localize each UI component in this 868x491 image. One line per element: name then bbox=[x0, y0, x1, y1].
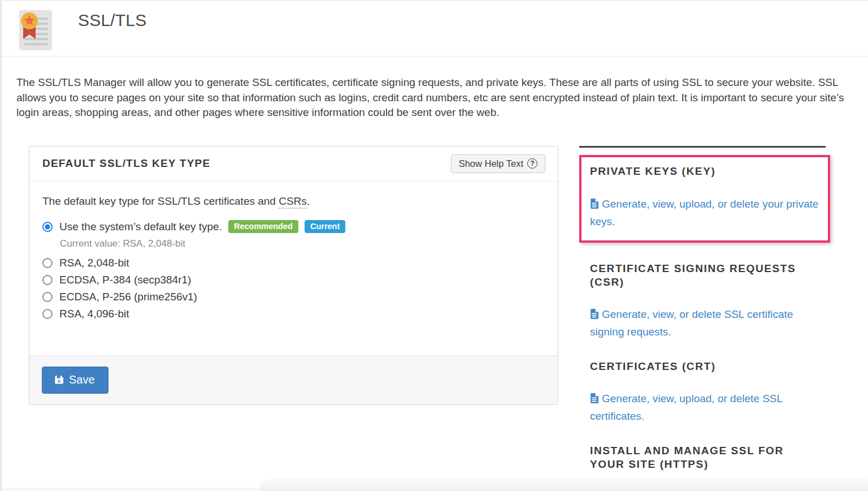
key-type-option-ecdsa-p384[interactable]: ECDSA, P-384 (secp384r1) bbox=[42, 272, 545, 288]
question-circle-icon: ? bbox=[527, 158, 537, 169]
private-keys-link-label: Generate, view, upload, or delete your p… bbox=[590, 198, 818, 227]
current-badge: Current bbox=[305, 220, 345, 234]
radio-label: RSA, 2,048-bit bbox=[59, 257, 129, 269]
panel-intro: The default key type for SSL/TLS certifi… bbox=[42, 195, 545, 208]
panel-title: DEFAULT SSL/TLS KEY TYPE bbox=[42, 157, 210, 170]
document-icon bbox=[590, 199, 598, 209]
radio-button[interactable] bbox=[42, 309, 53, 319]
key-type-option-system-default[interactable]: Use the system’s default key type. Recom… bbox=[42, 218, 545, 235]
key-type-options: Use the system’s default key type. Recom… bbox=[42, 218, 545, 322]
current-value-note: Current value: RSA, 2,048-bit bbox=[60, 238, 545, 249]
floppy-disk-icon bbox=[54, 375, 64, 385]
sidebar: PRIVATE KEYS (KEY) Generate, view, uploa… bbox=[579, 146, 830, 491]
radio-label: ECDSA, P-384 (secp384r1) bbox=[59, 274, 191, 286]
bottom-edge-strip bbox=[2, 488, 259, 491]
csr-link-label: Generate, view, or delete SSL certificat… bbox=[590, 308, 793, 338]
panel-body: The default key type for SSL/TLS certifi… bbox=[29, 182, 558, 355]
radio-button[interactable] bbox=[42, 275, 53, 285]
radio-label: ECDSA, P-256 (prime256v1) bbox=[59, 291, 197, 303]
certificates-link-label: Generate, view, upload, or delete SSL ce… bbox=[590, 393, 782, 422]
page-title: SSL/TLS bbox=[78, 11, 146, 30]
main-content: DEFAULT SSL/TLS KEY TYPE Show Help Text … bbox=[29, 146, 868, 491]
bottom-edge-fade bbox=[259, 479, 868, 491]
key-type-option-ecdsa-p256[interactable]: ECDSA, P-256 (prime256v1) bbox=[42, 288, 545, 305]
show-help-text-button[interactable]: Show Help Text ? bbox=[451, 154, 545, 173]
sidebar-heading-private-keys: PRIVATE KEYS (KEY) bbox=[590, 165, 819, 178]
default-key-type-panel: DEFAULT SSL/TLS KEY TYPE Show Help Text … bbox=[29, 146, 558, 405]
page-header: SSL/TLS bbox=[2, 1, 868, 56]
intro-text: The default key type for SSL/TLS certifi… bbox=[42, 195, 279, 207]
sidebar-heading-install-ssl: INSTALL AND MANAGE SSL FOR YOUR SITE (HT… bbox=[590, 444, 819, 471]
csr-term[interactable]: CSRs bbox=[279, 195, 307, 209]
panel-footer: Save bbox=[29, 355, 558, 404]
radio-button[interactable] bbox=[42, 292, 53, 302]
sidebar-section-csr: CERTIFICATE SIGNING REQUESTS (CSR) Gener… bbox=[579, 262, 830, 341]
document-icon bbox=[590, 393, 598, 403]
page-description: The SSL/TLS Manager will allow you to ge… bbox=[16, 75, 853, 120]
radio-button[interactable] bbox=[42, 222, 53, 232]
show-help-text-label: Show Help Text bbox=[459, 158, 523, 169]
sidebar-heading-csr: CERTIFICATE SIGNING REQUESTS (CSR) bbox=[590, 262, 819, 289]
sidebar-heading-certificates: CERTIFICATES (CRT) bbox=[590, 360, 819, 373]
recommended-badge: Recommended bbox=[228, 220, 298, 234]
csr-link[interactable]: Generate, view, or delete SSL certificat… bbox=[590, 305, 819, 341]
document-icon bbox=[590, 309, 598, 319]
private-keys-link[interactable]: Generate, view, upload, or delete your p… bbox=[590, 195, 819, 230]
sidebar-top-divider bbox=[579, 146, 826, 148]
key-type-option-rsa-2048[interactable]: RSA, 2,048-bit bbox=[42, 255, 545, 272]
header-divider bbox=[2, 56, 868, 57]
radio-button[interactable] bbox=[42, 258, 53, 268]
radio-label: Use the system’s default key type. bbox=[59, 221, 222, 233]
save-button-label: Save bbox=[69, 373, 95, 386]
ssl-tls-page: SSL/TLS The SSL/TLS Manager will allow y… bbox=[0, 0, 868, 491]
panel-header: DEFAULT SSL/TLS KEY TYPE Show Help Text … bbox=[29, 147, 558, 182]
intro-text-end: . bbox=[307, 195, 310, 207]
key-type-option-rsa-4096[interactable]: RSA, 4,096-bit bbox=[42, 305, 545, 322]
save-button[interactable]: Save bbox=[42, 367, 108, 394]
certificates-link[interactable]: Generate, view, upload, or delete SSL ce… bbox=[590, 390, 819, 425]
sidebar-section-certificates: CERTIFICATES (CRT) Generate, view, uploa… bbox=[579, 360, 830, 425]
radio-label: RSA, 4,096-bit bbox=[59, 308, 129, 320]
certificate-ribbon-icon bbox=[19, 10, 53, 51]
private-keys-highlight-box: PRIVATE KEYS (KEY) Generate, view, uploa… bbox=[579, 155, 830, 243]
